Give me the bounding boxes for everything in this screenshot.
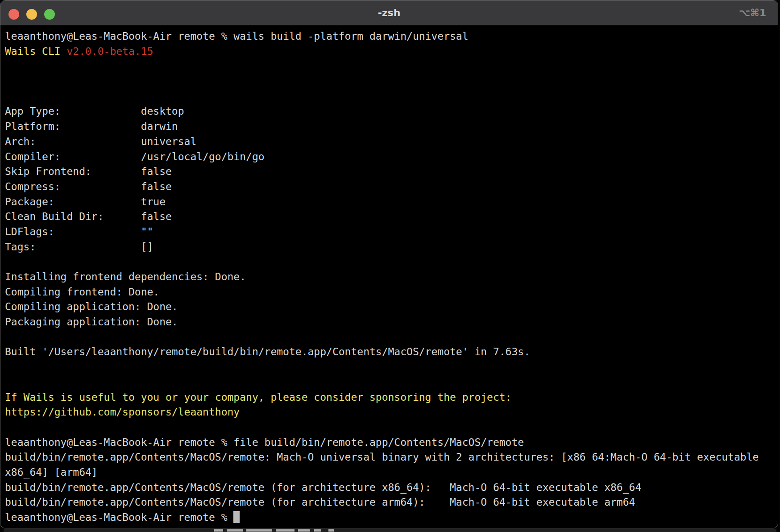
terminal-line: If Wails is useful to you or your compan… bbox=[5, 390, 774, 405]
terminal-line bbox=[5, 375, 774, 390]
terminal-line: LDFlags: "" bbox=[5, 224, 774, 240]
terminal-cursor bbox=[233, 511, 240, 523]
terminal-line: leaanthony@Leas-MacBook-Air remote % wai… bbox=[5, 29, 774, 44]
terminal-line: Platform: darwin bbox=[5, 119, 774, 134]
terminal-line: Compiler: /usr/local/go/bin/go bbox=[5, 150, 774, 165]
terminal-line: Skip Frontend: false bbox=[5, 164, 774, 179]
terminal-output[interactable]: leaanthony@Leas-MacBook-Air remote % wai… bbox=[0, 25, 778, 528]
terminal-line: Compiling application: Done. bbox=[5, 299, 774, 315]
terminal-line: Arch: universal bbox=[5, 134, 774, 150]
terminal-line: x86_64] [arm64] bbox=[5, 465, 774, 480]
terminal-line: Package: true bbox=[5, 195, 774, 210]
occluded-text-fragment bbox=[298, 529, 310, 532]
background-window-sliver bbox=[4, 529, 776, 532]
occluded-text-fragment bbox=[314, 529, 321, 532]
terminal-line: App Type: desktop bbox=[5, 104, 774, 119]
terminal-line: build/bin/remote.app/Contents/MacOS/remo… bbox=[5, 450, 774, 465]
occluded-text-fragment bbox=[227, 529, 243, 532]
terminal-line: https://github.com/sponsors/leaanthony bbox=[5, 405, 774, 420]
terminal-line: Packaging application: Done. bbox=[5, 315, 774, 330]
terminal-line: Built '/Users/leaanthony/remote/build/bi… bbox=[5, 345, 774, 360]
terminal-line: build/bin/remote.app/Contents/MacOS/remo… bbox=[5, 495, 774, 510]
terminal-line bbox=[5, 254, 774, 270]
titlebar[interactable]: -zsh ⌥⌘1 bbox=[0, 0, 778, 25]
terminal-line bbox=[5, 360, 774, 375]
occluded-text-fragment bbox=[328, 529, 334, 532]
terminal-line: Wails CLI v2.0.0-beta.15 bbox=[5, 44, 774, 59]
occluded-text-fragment bbox=[214, 529, 223, 532]
terminal-window: -zsh ⌥⌘1 leaanthony@Leas-MacBook-Air rem… bbox=[0, 0, 778, 528]
terminal-line: leaanthony@Leas-MacBook-Air remote % fil… bbox=[5, 435, 774, 450]
terminal-line: Tags: [] bbox=[5, 240, 774, 255]
terminal-line bbox=[5, 420, 774, 435]
terminal-line: Compress: false bbox=[5, 179, 774, 195]
terminal-line: build/bin/remote.app/Contents/MacOS/remo… bbox=[5, 480, 774, 495]
window-title: -zsh bbox=[0, 0, 778, 25]
occluded-text-fragment bbox=[246, 529, 272, 532]
terminal-line bbox=[5, 89, 774, 104]
terminal-line bbox=[5, 59, 774, 74]
terminal-line: Installing frontend dependencies: Done. bbox=[5, 270, 774, 285]
terminal-line: Clean Build Dir: false bbox=[5, 209, 774, 224]
tab-shortcut-badge: ⌥⌘1 bbox=[739, 0, 766, 25]
terminal-line bbox=[5, 74, 774, 89]
desktop-background: -zsh ⌥⌘1 leaanthony@Leas-MacBook-Air rem… bbox=[0, 0, 780, 532]
terminal-line bbox=[5, 330, 774, 345]
terminal-line: leaanthony@Leas-MacBook-Air remote % bbox=[5, 510, 774, 525]
occluded-text-fragment bbox=[276, 529, 295, 532]
terminal-line: Compiling frontend: Done. bbox=[5, 285, 774, 300]
